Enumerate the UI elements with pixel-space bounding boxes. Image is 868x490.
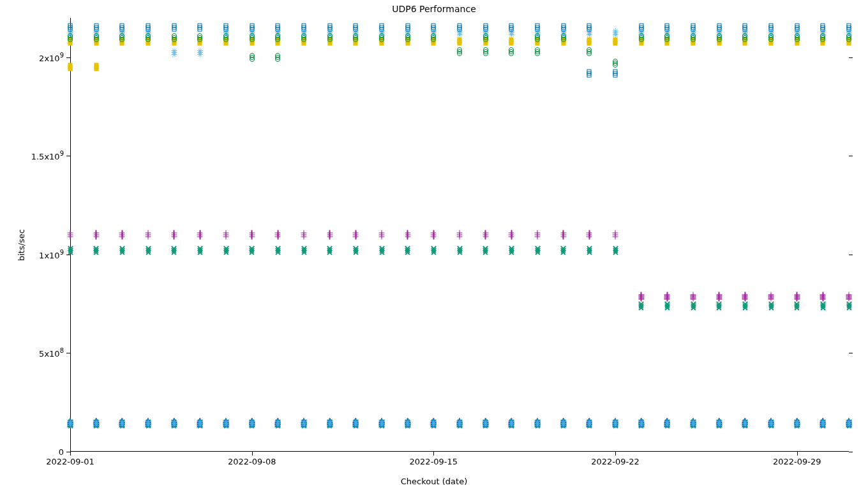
data-point: [302, 26, 306, 30]
data-point: [275, 423, 281, 429]
data-point: [171, 418, 177, 424]
data-point: [820, 305, 826, 311]
data-point: [742, 296, 748, 302]
data-point: [250, 35, 255, 40]
data-point: [535, 38, 540, 42]
data-point: [353, 422, 359, 428]
data-point: [535, 29, 541, 34]
data-point: [509, 38, 514, 42]
data-point: [353, 419, 359, 424]
data-point: [560, 418, 567, 424]
data-point: [769, 27, 774, 32]
data-point: [742, 31, 748, 36]
data-point: [717, 35, 722, 40]
data-point: [847, 40, 851, 44]
data-point: [716, 423, 722, 429]
data-point: [768, 301, 774, 307]
data-point: [742, 294, 748, 300]
data-point: [742, 422, 748, 428]
data-point: [819, 422, 826, 427]
data-point: [846, 305, 852, 311]
y-tick: [66, 255, 70, 255]
data-point: [691, 40, 696, 44]
data-point: [795, 38, 799, 42]
data-point: [327, 421, 333, 427]
data-point: [794, 296, 800, 302]
data-point: [665, 26, 670, 30]
data-point: [664, 420, 670, 426]
data-point: [93, 422, 99, 428]
data-point: [846, 419, 852, 424]
data-point: [560, 232, 566, 238]
data-point: [171, 423, 177, 429]
data-point: [717, 26, 721, 30]
data-point: [742, 420, 748, 426]
data-point: [197, 33, 202, 38]
data-point: [664, 419, 670, 425]
data-point: [691, 37, 696, 42]
data-point: [93, 232, 99, 238]
data-point: [691, 26, 696, 30]
data-point: [613, 248, 618, 253]
data-point: [405, 232, 410, 238]
data-point: [820, 419, 826, 424]
data-point: [249, 31, 255, 36]
data-point: [794, 422, 800, 427]
data-point: [457, 248, 463, 253]
data-point: [768, 33, 774, 38]
data-point: [743, 38, 747, 42]
y-tick-label: 5x108: [39, 348, 64, 359]
data-point: [354, 40, 358, 44]
data-point: [847, 41, 851, 46]
data-point: [353, 33, 358, 38]
data-point: [716, 422, 722, 428]
data-point: [379, 234, 385, 240]
data-point: [509, 249, 514, 255]
data-point: [483, 421, 488, 427]
data-point: [93, 419, 99, 425]
data-point: [171, 420, 177, 426]
data-point: [379, 422, 385, 428]
data-point: [405, 33, 410, 38]
data-point: [146, 33, 151, 38]
data-point: [820, 29, 826, 34]
data-point: [794, 423, 800, 429]
data-point: [354, 26, 358, 30]
data-point: [638, 419, 644, 424]
data-point: [405, 31, 410, 36]
data-point: [249, 230, 255, 236]
data-point: [691, 31, 696, 36]
data-point: [223, 418, 229, 424]
data-point: [275, 422, 281, 428]
data-point: [638, 33, 644, 38]
data-point: [535, 419, 541, 425]
y-tick: [849, 156, 853, 156]
data-point: [93, 234, 99, 240]
data-point: [742, 419, 748, 425]
data-point: [223, 234, 229, 240]
data-point: [354, 38, 358, 42]
data-point: [250, 57, 255, 62]
data-point: [691, 423, 696, 429]
data-point: [690, 418, 696, 424]
data-point: [327, 419, 333, 424]
data-point: [457, 234, 463, 240]
data-point: [301, 422, 307, 427]
data-point: [820, 303, 826, 309]
data-point: [560, 419, 566, 424]
data-point: [171, 232, 177, 238]
data-point: [327, 24, 332, 28]
data-point: [353, 33, 359, 38]
data-point: [327, 26, 332, 30]
data-point: [327, 246, 333, 251]
data-point: [509, 26, 514, 30]
data-point: [327, 248, 333, 253]
data-point: [274, 422, 281, 427]
data-point: [327, 29, 333, 34]
data-point: [171, 234, 177, 240]
data-point: [509, 419, 514, 424]
data-point: [483, 33, 488, 38]
data-point: [275, 421, 281, 427]
data-point: [120, 38, 124, 42]
data-point: [249, 421, 255, 427]
